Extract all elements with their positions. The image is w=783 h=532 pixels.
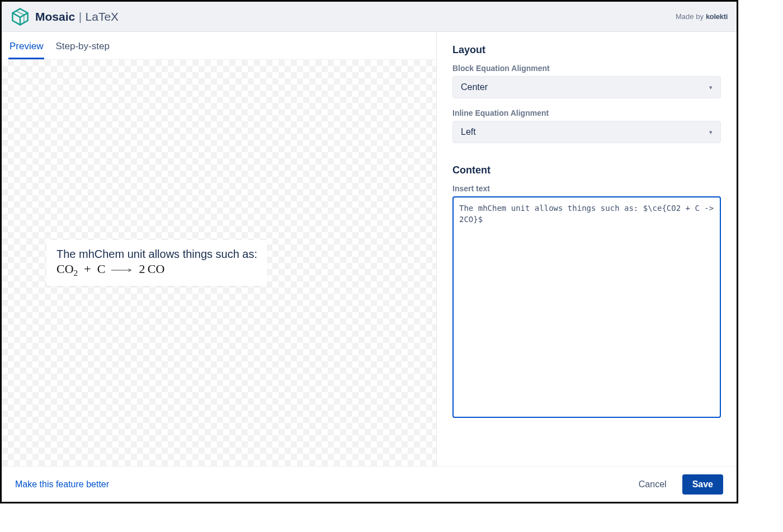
formula-c: C	[97, 262, 106, 276]
formula-co: CO	[56, 262, 74, 276]
save-button[interactable]: Save	[682, 474, 723, 495]
arrow-icon	[111, 267, 133, 273]
block-align-label: Block Equation Alignment	[452, 64, 721, 73]
inline-align-label: Inline Equation Alignment	[452, 109, 721, 117]
title-separator: |	[79, 10, 82, 23]
preview-card: The mhChem unit allows things such as: C…	[46, 240, 267, 286]
app-name: Mosaic	[35, 10, 75, 23]
app-title: Mosaic | LaTeX	[35, 10, 119, 23]
tabs: Preview Step-by-step	[2, 32, 436, 60]
formula-plus: +	[84, 262, 91, 276]
inline-align-value: Left	[461, 127, 476, 137]
module-name: LaTeX	[86, 10, 119, 23]
insert-text-label: Insert text	[452, 184, 721, 193]
feedback-link[interactable]: Make this feature better	[15, 479, 109, 489]
main-content: Preview Step-by-step The mhChem unit all…	[2, 32, 737, 466]
right-panel: Layout Block Equation Alignment Center ▾…	[437, 32, 737, 466]
latex-input[interactable]	[452, 196, 721, 418]
preview-formula: CO2 + C 2 CO	[56, 262, 257, 278]
preview-text-line: The mhChem unit allows things such as:	[56, 248, 257, 261]
layout-section-title: Layout	[452, 44, 721, 56]
formula-two: 2	[139, 262, 145, 276]
made-by: Made by kolekti	[676, 12, 728, 21]
block-align-select[interactable]: Center ▾	[452, 76, 721, 98]
inline-align-select[interactable]: Left ▾	[452, 121, 721, 143]
left-panel: Preview Step-by-step The mhChem unit all…	[2, 32, 437, 466]
header-left: Mosaic | LaTeX	[11, 7, 119, 26]
made-by-prefix: Made by	[676, 12, 704, 21]
content-section-title: Content	[452, 164, 721, 176]
chevron-down-icon: ▾	[709, 129, 713, 136]
formula-sub2: 2	[74, 268, 78, 277]
footer: Make this feature better Cancel Save	[2, 466, 737, 502]
chevron-down-icon: ▾	[709, 84, 713, 91]
mosaic-logo-icon	[11, 7, 30, 26]
tab-step-by-step[interactable]: Step-by-step	[54, 36, 110, 59]
preview-area: The mhChem unit allows things such as: C…	[2, 60, 436, 466]
cancel-button[interactable]: Cancel	[631, 475, 674, 494]
vendor-name: kolekti	[706, 12, 728, 21]
app-header: Mosaic | LaTeX Made by kolekti	[2, 2, 737, 32]
footer-actions: Cancel Save	[631, 474, 723, 495]
tab-preview[interactable]: Preview	[8, 36, 44, 59]
block-align-value: Center	[461, 82, 488, 92]
formula-co-2: CO	[148, 262, 165, 276]
